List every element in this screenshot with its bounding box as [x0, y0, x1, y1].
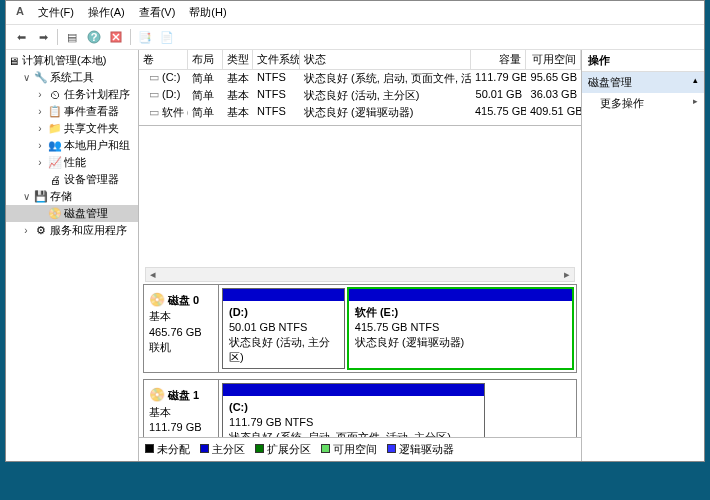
- col-capacity[interactable]: 容量: [471, 50, 526, 69]
- col-type[interactable]: 类型: [223, 50, 253, 69]
- legend-swatch-logical: [387, 444, 396, 453]
- expand-icon[interactable]: ›: [20, 225, 32, 236]
- back-button[interactable]: ⬅: [10, 27, 32, 47]
- main-body: 🖥计算机管理(本地) ∨🔧系统工具 ›⏲任务计划程序 ›📋事件查看器 ›📁共享文…: [6, 50, 704, 461]
- help-button[interactable]: ?: [83, 27, 105, 47]
- legend: 未分配 主分区 扩展分区 可用空间 逻辑驱动器: [139, 437, 581, 461]
- partition-bar: [223, 289, 344, 301]
- disk-1-row[interactable]: 📀磁盘 1 基本 111.79 GB 联机 (C:)111.79 GB NTFS…: [143, 379, 577, 437]
- tools-icon: 🔧: [34, 71, 48, 85]
- disk-icon: 📀: [149, 387, 165, 402]
- legend-swatch-free: [321, 444, 330, 453]
- menu-view[interactable]: 查看(V): [133, 3, 182, 22]
- expand-icon[interactable]: ∨: [20, 191, 32, 202]
- clock-icon: ⏲: [48, 88, 62, 102]
- expand-icon[interactable]: ∨: [20, 72, 32, 83]
- expand-icon[interactable]: ›: [34, 123, 46, 134]
- partition-bar: [349, 289, 572, 301]
- partition-bar: [223, 384, 484, 396]
- tree-local-users[interactable]: ›👥本地用户和组: [6, 137, 138, 154]
- drive-icon: ▭: [149, 71, 159, 83]
- tree-services-apps[interactable]: ›⚙服务和应用程序: [6, 222, 138, 239]
- tree-performance[interactable]: ›📈性能: [6, 154, 138, 171]
- list-button[interactable]: 📄: [156, 27, 178, 47]
- computer-icon: 🖥: [6, 54, 20, 68]
- legend-swatch-primary: [200, 444, 209, 453]
- drive-icon: ▭: [149, 106, 159, 118]
- tree-task-scheduler[interactable]: ›⏲任务计划程序: [6, 86, 138, 103]
- volume-row[interactable]: ▭软件 (E:)简单基本NTFS状态良好 (逻辑驱动器)415.75 GB409…: [139, 104, 581, 121]
- tree-event-viewer[interactable]: ›📋事件查看器: [6, 103, 138, 120]
- drive-icon: ▭: [149, 88, 159, 100]
- menubar: A 文件(F) 操作(A) 查看(V) 帮助(H): [6, 1, 704, 25]
- volume-row[interactable]: ▭(C:)简单基本NTFS状态良好 (系统, 启动, 页面文件, 活动, 主分区…: [139, 70, 581, 87]
- window-title-prefix: A: [10, 3, 30, 22]
- expand-icon[interactable]: ›: [34, 106, 46, 117]
- tree-root[interactable]: 🖥计算机管理(本地): [6, 52, 138, 69]
- scroll-right-icon[interactable]: ▸: [560, 268, 574, 281]
- toolbar: ⬅ ➡ ▤ ? 📑 📄: [6, 25, 704, 50]
- volume-list[interactable]: ▭(C:)简单基本NTFS状态良好 (系统, 启动, 页面文件, 活动, 主分区…: [139, 70, 581, 126]
- tree-storage[interactable]: ∨💾存储: [6, 188, 138, 205]
- tree-device-manager[interactable]: 🖨设备管理器: [6, 171, 138, 188]
- users-icon: 👥: [48, 139, 62, 153]
- disk-1-info: 📀磁盘 1 基本 111.79 GB 联机: [144, 380, 219, 437]
- show-hide-tree-button[interactable]: ▤: [61, 27, 83, 47]
- expand-icon[interactable]: ›: [34, 89, 46, 100]
- tree-disk-management[interactable]: 📀磁盘管理: [6, 205, 138, 222]
- col-volume[interactable]: 卷: [139, 50, 188, 69]
- svg-text:?: ?: [91, 31, 98, 43]
- expand-icon[interactable]: ›: [34, 140, 46, 151]
- partition-d[interactable]: (D:)50.01 GB NTFS状态良好 (活动, 主分区): [222, 288, 345, 369]
- scroll-left-icon[interactable]: ◂: [146, 268, 160, 281]
- storage-icon: 💾: [34, 190, 48, 204]
- actions-context[interactable]: 磁盘管理: [582, 72, 704, 93]
- expand-icon[interactable]: ›: [34, 157, 46, 168]
- list-scroll-area: ◂▸: [139, 126, 581, 284]
- folder-icon: 📁: [48, 122, 62, 136]
- forward-button[interactable]: ➡: [32, 27, 54, 47]
- event-icon: 📋: [48, 105, 62, 119]
- disk-layout-panel: 📀磁盘 0 基本 465.76 GB 联机 (D:)50.01 GB NTFS状…: [139, 284, 581, 437]
- computer-management-window: A 文件(F) 操作(A) 查看(V) 帮助(H) ⬅ ➡ ▤ ? 📑 📄 🖥计…: [5, 0, 705, 462]
- volume-row[interactable]: ▭(D:)简单基本NTFS状态良好 (活动, 主分区)50.01 GB36.03…: [139, 87, 581, 104]
- actions-panel: 操作 磁盘管理 更多操作: [582, 50, 704, 461]
- settings-button[interactable]: 📑: [134, 27, 156, 47]
- nav-tree[interactable]: 🖥计算机管理(本地) ∨🔧系统工具 ›⏲任务计划程序 ›📋事件查看器 ›📁共享文…: [6, 50, 139, 461]
- disk-0-info: 📀磁盘 0 基本 465.76 GB 联机: [144, 285, 219, 372]
- refresh-button[interactable]: [105, 27, 127, 47]
- device-icon: 🖨: [48, 173, 62, 187]
- col-status[interactable]: 状态: [300, 50, 471, 69]
- col-free[interactable]: 可用空间: [526, 50, 581, 69]
- perf-icon: 📈: [48, 156, 62, 170]
- legend-swatch-extended: [255, 444, 264, 453]
- legend-swatch-unallocated: [145, 444, 154, 453]
- disk-icon: 📀: [149, 292, 165, 307]
- menu-file[interactable]: 文件(F): [32, 3, 80, 22]
- disk-0-row[interactable]: 📀磁盘 0 基本 465.76 GB 联机 (D:)50.01 GB NTFS状…: [143, 284, 577, 373]
- col-layout[interactable]: 布局: [188, 50, 223, 69]
- center-panel: 卷 布局 类型 文件系统 状态 容量 可用空间 ▭(C:)简单基本NTFS状态良…: [139, 50, 582, 461]
- volume-list-header: 卷 布局 类型 文件系统 状态 容量 可用空间: [139, 50, 581, 70]
- services-icon: ⚙: [34, 224, 48, 238]
- horizontal-scrollbar[interactable]: ◂▸: [145, 267, 575, 282]
- actions-more[interactable]: 更多操作: [582, 93, 704, 114]
- tree-shared-folders[interactable]: ›📁共享文件夹: [6, 120, 138, 137]
- menu-help[interactable]: 帮助(H): [183, 3, 232, 22]
- actions-header: 操作: [582, 50, 704, 72]
- partition-e[interactable]: 软件 (E:)415.75 GB NTFS状态良好 (逻辑驱动器): [348, 288, 573, 369]
- disk-icon: 📀: [48, 207, 62, 221]
- tree-system-tools[interactable]: ∨🔧系统工具: [6, 69, 138, 86]
- menu-action[interactable]: 操作(A): [82, 3, 131, 22]
- col-fs[interactable]: 文件系统: [253, 50, 300, 69]
- partition-c[interactable]: (C:)111.79 GB NTFS状态良好 (系统, 启动, 页面文件, 活动…: [222, 383, 485, 437]
